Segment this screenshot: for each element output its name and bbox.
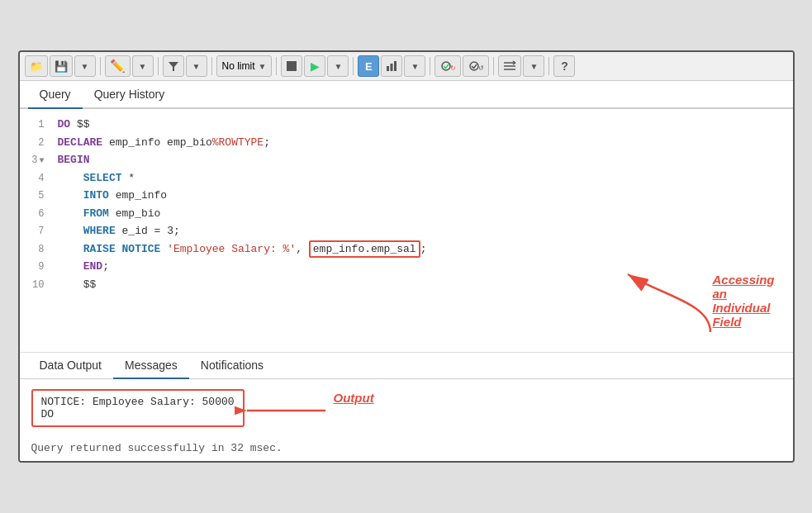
bottom-panel: Data Output Messages Notifications NOTIC… xyxy=(20,353,793,461)
line-num-10: 10 xyxy=(20,278,51,292)
toolbar-sep-3 xyxy=(211,57,212,75)
code-text-10: $$ xyxy=(51,277,97,293)
toolbar: 📁 💾 ▼ ✏️ ▼ ▼ No limit ▼ ▶ ▼ E xyxy=(20,52,793,81)
edit-button[interactable]: ✏️ xyxy=(105,55,131,77)
tab-data-output[interactable]: Data Output xyxy=(28,353,114,379)
arrow-to-output xyxy=(235,394,334,427)
chart-button[interactable] xyxy=(381,55,402,77)
output-area: NOTICE: Employee Salary: 50000 DO Output xyxy=(20,379,793,435)
code-line-8: 8 RAISE NOTICE 'Employee Salary: %', emp… xyxy=(20,240,793,259)
code-line-5: 5 INTO emp_info xyxy=(20,187,793,205)
output-box: NOTICE: Employee Salary: 50000 DO xyxy=(31,389,245,427)
tab-messages[interactable]: Messages xyxy=(113,353,189,379)
edit-dropdown-button[interactable]: ▼ xyxy=(132,55,154,77)
line-num-1: 1 xyxy=(20,117,51,132)
code-line-7: 7 WHERE e_id = 3; xyxy=(20,222,793,240)
output-label: Output xyxy=(334,391,374,405)
main-container: 📁 💾 ▼ ✏️ ▼ ▼ No limit ▼ ▶ ▼ E xyxy=(18,50,795,463)
line-num-6: 6 xyxy=(20,207,51,221)
svg-text:↻: ↻ xyxy=(450,64,456,72)
code-line-9: 9 END; xyxy=(20,258,793,276)
open-button[interactable]: 📁 xyxy=(25,55,48,77)
svg-rect-3 xyxy=(391,64,393,71)
code-line-1: 1 DO $$ xyxy=(20,116,793,134)
no-limit-chevron: ▼ xyxy=(259,62,267,71)
output-line-2: DO xyxy=(41,408,235,420)
code-line-2: 2 DECLARE emp_info emp_bio%ROWTYPE; xyxy=(20,134,793,152)
tab-notifications[interactable]: Notifications xyxy=(189,353,275,379)
toolbar-sep-4 xyxy=(276,57,277,75)
save-dropdown-button[interactable]: ▼ xyxy=(74,55,96,77)
code-line-10: 10 $$ xyxy=(20,276,793,294)
chart-dropdown-button[interactable]: ▼ xyxy=(404,55,425,77)
svg-text:↺: ↺ xyxy=(478,64,484,72)
toolbar-sep-1 xyxy=(100,57,101,75)
tab-query-history[interactable]: Query History xyxy=(83,81,177,109)
line-num-3: 3▼ xyxy=(20,153,51,168)
save-button[interactable]: 💾 xyxy=(50,55,73,77)
stop-button[interactable] xyxy=(281,55,302,77)
commit-button[interactable]: ↻ xyxy=(434,55,461,77)
code-text-1: DO $$ xyxy=(51,116,90,133)
svg-rect-2 xyxy=(387,66,389,71)
code-text-3: BEGIN xyxy=(51,152,90,169)
code-text-7: WHERE e_id = 3; xyxy=(51,223,180,240)
svg-rect-4 xyxy=(394,61,397,71)
code-text-8: RAISE NOTICE 'Employee Salary: %', emp_i… xyxy=(51,241,427,258)
highlight-emp-sal: emp_info.emp_sal xyxy=(309,240,420,258)
toolbar-sep-8 xyxy=(548,57,549,75)
line-num-7: 7 xyxy=(20,224,51,239)
code-text-4: SELECT * xyxy=(51,170,135,187)
toolbar-sep-5 xyxy=(353,57,354,75)
line-num-8: 8 xyxy=(20,242,51,257)
line-num-5: 5 xyxy=(20,188,51,203)
macro-dropdown-button[interactable]: ▼ xyxy=(523,55,544,77)
code-line-6: 6 FROM emp_bio xyxy=(20,205,793,223)
query-tabs-bar: Query Query History xyxy=(20,81,793,109)
run-button[interactable]: ▶ xyxy=(304,55,325,77)
rollback-button[interactable]: ↺ xyxy=(463,55,489,77)
code-text-6: FROM emp_bio xyxy=(51,206,161,222)
success-message: Query returned successfully in 32 msec. xyxy=(20,435,793,461)
code-text-2: DECLARE emp_info emp_bio%ROWTYPE; xyxy=(51,135,270,151)
run-dropdown-button[interactable]: ▼ xyxy=(327,55,349,77)
svg-marker-0 xyxy=(169,62,178,71)
output-line-1: NOTICE: Employee Salary: 50000 xyxy=(41,396,235,408)
toolbar-sep-7 xyxy=(493,57,494,75)
svg-point-7 xyxy=(470,62,478,70)
code-editor[interactable]: 1 DO $$ 2 DECLARE emp_info emp_bio%ROWTY… xyxy=(20,109,793,353)
explain-button[interactable]: E xyxy=(358,55,379,77)
no-limit-dropdown[interactable]: No limit ▼ xyxy=(216,55,273,77)
svg-point-5 xyxy=(442,62,450,70)
filter-button[interactable] xyxy=(163,55,184,77)
line-num-4: 4 xyxy=(20,171,51,186)
bottom-tabs-wrapper: Data Output Messages Notifications xyxy=(20,353,793,379)
line-num-2: 2 xyxy=(20,135,51,150)
filter-dropdown-button[interactable]: ▼ xyxy=(186,55,207,77)
code-text-9: END; xyxy=(51,259,109,275)
toolbar-sep-6 xyxy=(430,57,430,75)
macro-button[interactable] xyxy=(498,55,521,77)
toolbar-sep-2 xyxy=(158,57,159,75)
code-line-3: 3▼ BEGIN xyxy=(20,151,793,169)
line-num-9: 9 xyxy=(20,259,51,274)
no-limit-label: No limit xyxy=(222,60,255,72)
code-text-5: INTO emp_info xyxy=(51,188,168,204)
code-line-4: 4 SELECT * xyxy=(20,169,793,188)
help-button[interactable]: ? xyxy=(553,55,575,77)
svg-rect-1 xyxy=(287,61,297,71)
bottom-tabs-bar: Data Output Messages Notifications xyxy=(20,353,793,378)
tab-query[interactable]: Query xyxy=(28,81,83,109)
